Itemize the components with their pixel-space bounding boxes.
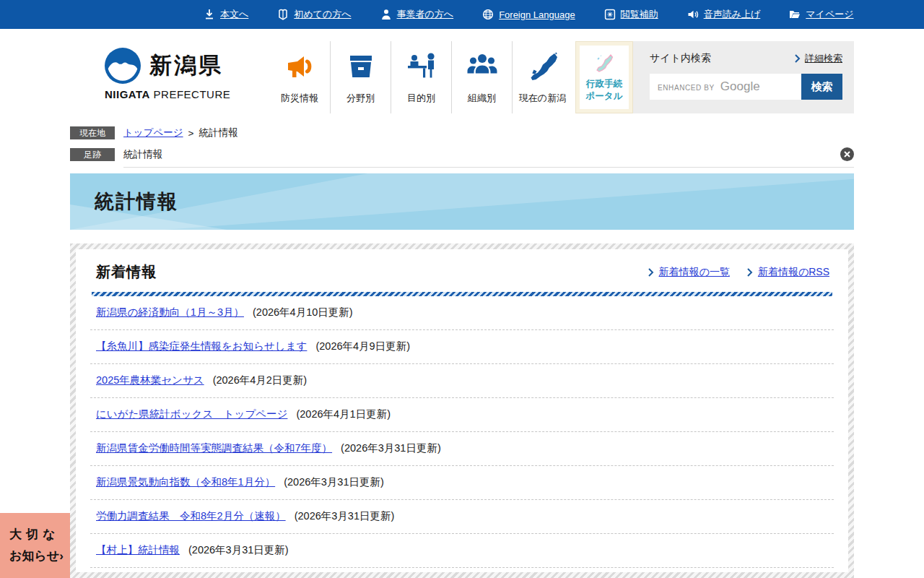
counter-service-icon bbox=[406, 47, 437, 86]
news-item-link[interactable]: 【糸魚川】感染症発生情報をお知らせします bbox=[96, 340, 307, 352]
utility-link-viewing-assist[interactable]: 閲覧補助 bbox=[604, 8, 658, 21]
utility-link-business[interactable]: 事業者の方へ bbox=[380, 8, 454, 21]
news-item-date: (2026年4月1日更新) bbox=[296, 408, 391, 420]
portal-label: 行政手続ポータル bbox=[586, 78, 623, 102]
news-item-link[interactable]: にいがた県統計ボックス トップページ bbox=[96, 408, 287, 420]
footprint-badge: 足跡 bbox=[70, 148, 115, 161]
nav-item-by-organization[interactable]: 組織別 bbox=[451, 41, 512, 113]
footprint-bar: 足跡 統計情報 bbox=[70, 148, 854, 168]
globe-icon bbox=[482, 9, 494, 20]
news-item-date: (2026年3月31日更新) bbox=[188, 544, 289, 556]
news-item-date: (2026年4月10日更新) bbox=[253, 306, 353, 318]
news-item: 2025年農林業センサス (2026年4月2日更新) bbox=[90, 364, 834, 398]
advanced-search-link[interactable]: 詳細検索 bbox=[795, 52, 842, 65]
news-list: 新潟県の経済動向（1月～3月） (2026年4月10日更新) 【糸魚川】感染症発… bbox=[90, 296, 834, 572]
search-input[interactable]: ENHANCED BY Google bbox=[650, 74, 801, 100]
news-list-link[interactable]: 新着情報の一覧 bbox=[648, 266, 730, 279]
portal-map-icon bbox=[593, 53, 615, 74]
news-item-link[interactable]: 新潟県の経済動向（1月～3月） bbox=[96, 306, 244, 318]
logo-subtitle: NIIGATA PREFECTURE bbox=[105, 88, 242, 100]
breadcrumb-area: 現在地 トップページ > 統計情報 足跡 統計情報 bbox=[70, 126, 854, 168]
logo-prefecture-name: 新潟県 bbox=[149, 51, 223, 81]
page-title: 統計情報 bbox=[95, 189, 178, 215]
beginner-mark-icon bbox=[277, 9, 289, 20]
news-item-date: (2026年4月9日更新) bbox=[315, 340, 410, 352]
chevron-right-icon bbox=[648, 268, 654, 277]
news-item: 【糸魚川】感染症発生情報をお知らせします (2026年4月9日更新) bbox=[90, 330, 834, 364]
utility-link-mypage[interactable]: マイページ bbox=[789, 8, 853, 21]
news-item-link[interactable]: 【村上】統計情報 bbox=[96, 544, 180, 556]
chevron-right-icon bbox=[795, 54, 801, 63]
search-button[interactable]: 検索 bbox=[801, 74, 842, 100]
news-item: 労働力調査結果 令和8年2月分（速報） (2026年3月31日更新) bbox=[90, 500, 834, 534]
search-label: サイト内検索 bbox=[650, 52, 711, 65]
utility-bar: 本文へ 初めての方へ 事業者の方へ Foreign Language 閲覧補助 bbox=[0, 0, 924, 29]
news-item: 新潟県景気動向指数（令和8年1月分） (2026年3月31日更新) bbox=[90, 466, 834, 500]
utility-link-foreign-language[interactable]: Foreign Language bbox=[482, 9, 575, 20]
person-icon bbox=[380, 9, 392, 20]
niigata-logo-icon bbox=[105, 48, 141, 84]
news-item-link[interactable]: 労働力調査結果 令和8年2月分（速報） bbox=[96, 510, 286, 522]
folder-icon bbox=[789, 9, 801, 20]
breadcrumb-separator: > bbox=[188, 128, 194, 139]
people-group-icon bbox=[466, 47, 498, 86]
site-search-panel: サイト内検索 詳細検索 ENHANCED BY Google 検索 bbox=[633, 41, 854, 113]
close-icon[interactable] bbox=[840, 147, 854, 161]
news-item-date: (2026年3月31日更新) bbox=[295, 510, 395, 522]
nav-item-by-purpose[interactable]: 目的別 bbox=[391, 41, 451, 113]
main-content-box: 新着情報 新着情報の一覧 新着情報のRSS bbox=[70, 243, 854, 578]
news-item-date: (2026年3月31日更新) bbox=[284, 476, 384, 488]
utility-link-first-time[interactable]: 初めての方へ bbox=[277, 8, 351, 21]
news-item: 新潟県の経済動向（1月～3月） (2026年4月10日更新) bbox=[90, 296, 834, 330]
niigata-map-icon bbox=[527, 47, 559, 86]
utility-link-text-to-speech[interactable]: 音声読み上げ bbox=[687, 8, 761, 21]
breadcrumb-current-page: 統計情報 bbox=[199, 126, 237, 139]
nav-item-disaster[interactable]: 防災情報 bbox=[269, 41, 330, 113]
archive-box-icon bbox=[345, 47, 377, 86]
news-item-link[interactable]: 2025年農林業センサス bbox=[96, 374, 204, 386]
news-item: 令和7年 消費者物価の動き（新潟市消費者物価指数） (2026年3月31日更新) bbox=[90, 568, 834, 572]
speaker-icon bbox=[687, 9, 699, 20]
nav-item-current-niigata[interactable]: 現在の新潟 bbox=[512, 41, 572, 113]
settings-square-icon bbox=[604, 9, 616, 20]
nav-item-by-field[interactable]: 分野別 bbox=[330, 41, 391, 113]
banner-decoration bbox=[70, 173, 854, 230]
news-item-link[interactable]: 新潟県景気動向指数（令和8年1月分） bbox=[96, 476, 275, 488]
admin-procedures-portal-button[interactable]: 行政手続ポータル bbox=[575, 41, 633, 113]
breadcrumb: 現在地 トップページ > 統計情報 bbox=[70, 126, 854, 139]
chevron-right-icon: › bbox=[59, 549, 64, 563]
utility-link-to-content[interactable]: 本文へ bbox=[204, 8, 248, 21]
chevron-right-icon bbox=[747, 268, 753, 277]
news-section-heading: 新着情報 bbox=[96, 262, 157, 282]
footprint-divider bbox=[123, 167, 854, 168]
news-item: 新潟県賃金労働時間等実態調査結果（令和7年度） (2026年3月31日更新) bbox=[90, 432, 834, 466]
megaphone-icon bbox=[284, 47, 315, 86]
news-rss-link[interactable]: 新着情報のRSS bbox=[747, 266, 829, 279]
news-item: にいがた県統計ボックス トップページ (2026年4月1日更新) bbox=[90, 398, 834, 432]
site-header: 新潟県 NIIGATA PREFECTURE 防災情報 分野別 bbox=[0, 29, 924, 119]
site-logo[interactable]: 新潟県 NIIGATA PREFECTURE bbox=[105, 48, 242, 100]
down-arrow-icon bbox=[204, 9, 215, 20]
current-location-badge: 現在地 bbox=[70, 126, 115, 139]
news-item: 【村上】統計情報 (2026年3月31日更新) bbox=[90, 534, 834, 568]
footprint-page: 統計情報 bbox=[123, 148, 162, 161]
page: 本文へ 初めての方へ 事業者の方へ Foreign Language 閲覧補助 bbox=[0, 0, 924, 578]
important-notice-banner[interactable]: 大切な お知らせ› bbox=[0, 513, 70, 578]
news-item-date: (2026年4月2日更新) bbox=[213, 374, 308, 386]
main-nav: 防災情報 分野別 目的別 組織別 bbox=[269, 41, 572, 113]
page-title-banner: 統計情報 bbox=[70, 173, 854, 230]
breadcrumb-home-link[interactable]: トップページ bbox=[123, 126, 183, 139]
news-item-date: (2026年3月31日更新) bbox=[341, 442, 441, 454]
news-item-link[interactable]: 新潟県賃金労働時間等実態調査結果（令和7年度） bbox=[96, 442, 332, 454]
